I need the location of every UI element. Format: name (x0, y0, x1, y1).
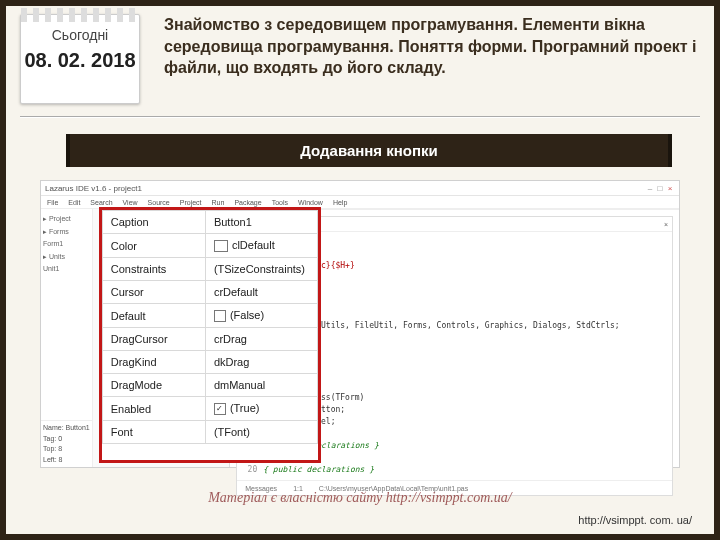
menu-item[interactable]: Source (148, 199, 170, 206)
prop-value[interactable]: dmManual (205, 374, 317, 397)
tree-item[interactable]: ▸ Units (43, 251, 90, 264)
palette-tab[interactable]: System (425, 209, 448, 210)
ide-titlebar: Lazarus IDE v1.6 - project1 – □ × (41, 181, 679, 196)
menu-item[interactable]: Edit (68, 199, 80, 206)
ide-left-panel: ▸ Project ▸ Forms Form1 ▸ Units Unit1 Na… (41, 209, 93, 467)
tree-item[interactable]: Form1 (43, 238, 90, 251)
table-row: Constraints(TSizeConstraints) (102, 258, 317, 281)
prop-value[interactable]: (TSizeConstraints) (205, 258, 317, 281)
menu-item[interactable]: Help (333, 199, 347, 206)
prop-row: Tag: 0 (43, 434, 90, 445)
checkbox-unchecked-icon[interactable] (214, 310, 226, 322)
table-row: CaptionButton1 (102, 211, 317, 234)
table-row: Enabled✓(True) (102, 397, 317, 421)
prop-value[interactable]: clDefault (205, 234, 317, 258)
prop-value[interactable]: dkDrag (205, 351, 317, 374)
object-inspector-highlight: CaptionButton1 ColorclDefault Constraint… (99, 207, 321, 463)
palette-tab[interactable]: RTT (556, 209, 569, 210)
menu-item[interactable]: Run (212, 199, 225, 206)
palette-tab[interactable]: Chart (577, 209, 594, 210)
palette-tab[interactable]: Pascal Script (632, 209, 673, 210)
prop-name[interactable]: Cursor (102, 281, 205, 304)
menu-item[interactable]: View (123, 199, 138, 206)
object-inspector-area: CaptionButton1 ColorclDefault Constraint… (93, 209, 231, 467)
prop-name[interactable]: Caption (102, 211, 205, 234)
prop-value[interactable]: Button1 (205, 211, 317, 234)
header: Сьогодні 08. 02. 2018 Знайомство з серед… (20, 14, 700, 104)
close-icon[interactable]: × (664, 221, 668, 228)
palette-tab[interactable]: SQLdb (602, 209, 624, 210)
palette-tab[interactable]: SynEdit (524, 209, 548, 210)
prop-name[interactable]: Constraints (102, 258, 205, 281)
prop-name[interactable]: DragMode (102, 374, 205, 397)
footer-url: http://vsimppt. com. ua/ (578, 514, 692, 526)
section-ribbon: Додавання кнопки (66, 134, 672, 167)
today-label: Сьогодні (21, 27, 139, 43)
table-row: DragKinddkDrag (102, 351, 317, 374)
date-notepad: Сьогодні 08. 02. 2018 (20, 14, 140, 104)
menu-item[interactable]: Package (234, 199, 261, 206)
palette-tab[interactable]: DataAccess (379, 209, 416, 210)
prop-name[interactable]: DragKind (102, 351, 205, 374)
table-row: CursorcrDefault (102, 281, 317, 304)
prop-name[interactable]: Enabled (102, 397, 205, 421)
tree-item[interactable]: ▸ Project (43, 213, 90, 226)
menu-item[interactable]: Search (90, 199, 112, 206)
prop-name[interactable]: Default (102, 304, 205, 328)
prop-name[interactable]: Color (102, 234, 205, 258)
ide-title: Lazarus IDE v1.6 - project1 (45, 184, 142, 193)
prop-value[interactable]: ✓(True) (205, 397, 317, 421)
tree-item[interactable]: ▸ Forms (43, 226, 90, 239)
palette-tab[interactable]: LazControls (478, 209, 515, 210)
date-value: 08. 02. 2018 (21, 49, 139, 72)
palette-tab[interactable]: Misc (456, 209, 470, 210)
prop-value[interactable]: (TFont) (205, 421, 317, 444)
project-tree[interactable]: ▸ Project ▸ Forms Form1 ▸ Units Unit1 (41, 209, 92, 420)
table-row: Font(TFont) (102, 421, 317, 444)
close-icon[interactable]: × (665, 184, 675, 193)
left-mini-props: Name: Button1 Tag: 0 Top: 8 Left: 8 (41, 420, 92, 467)
menu-item[interactable]: Tools (272, 199, 288, 206)
divider (20, 116, 700, 118)
prop-value[interactable]: (False) (205, 304, 317, 328)
table-row: Default(False) (102, 304, 317, 328)
minimize-icon[interactable]: – (645, 184, 655, 193)
menu-item[interactable]: Window (298, 199, 323, 206)
prop-row: Top: 8 (43, 444, 90, 455)
menu-item[interactable]: Project (180, 199, 202, 206)
ide-window: Lazarus IDE v1.6 - project1 – □ × File E… (40, 180, 680, 468)
maximize-icon[interactable]: □ (655, 184, 665, 193)
tree-item[interactable]: Unit1 (43, 263, 90, 276)
table-row: DragModedmManual (102, 374, 317, 397)
prop-value[interactable]: crDrag (205, 328, 317, 351)
prop-name[interactable]: DragCursor (102, 328, 205, 351)
object-inspector-table[interactable]: CaptionButton1 ColorclDefault Constraint… (102, 210, 318, 444)
prop-row: Left: 8 (43, 455, 90, 466)
footer-attribution: Матеріал є власністю сайту http://vsimpp… (0, 490, 720, 506)
color-swatch-icon (214, 240, 228, 252)
prop-value[interactable]: crDefault (205, 281, 317, 304)
checkbox-checked-icon[interactable]: ✓ (214, 403, 226, 415)
table-row: DragCursorcrDrag (102, 328, 317, 351)
ide-body: ▸ Project ▸ Forms Form1 ▸ Units Unit1 Na… (41, 209, 679, 467)
table-row: ColorclDefault (102, 234, 317, 258)
page-title: Знайомство з середовищем програмування. … (156, 14, 700, 104)
palette-tab[interactable]: Dialogs (348, 209, 371, 210)
menu-item[interactable]: File (47, 199, 58, 206)
prop-name[interactable]: Font (102, 421, 205, 444)
prop-row: Name: Button1 (43, 423, 90, 434)
